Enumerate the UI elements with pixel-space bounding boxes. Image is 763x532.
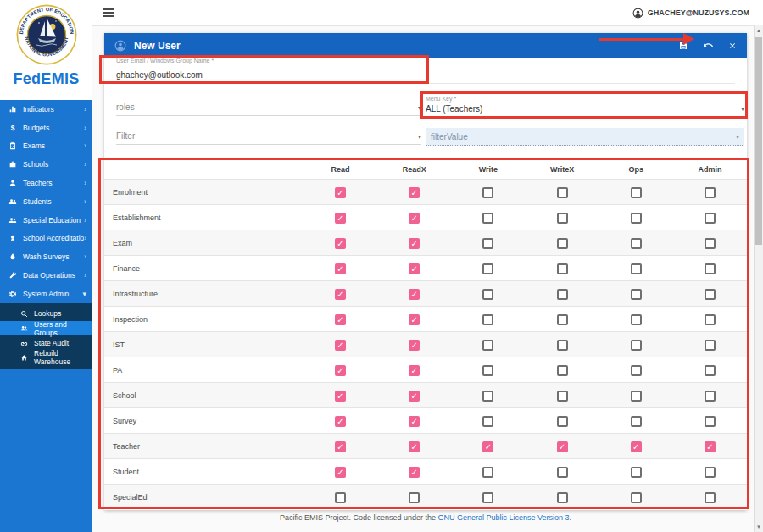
permission-checkbox-enrolment-writex[interactable] [557, 187, 568, 198]
permission-checkbox-school-admin[interactable] [705, 391, 716, 402]
permission-checkbox-establishment-writex[interactable] [557, 213, 568, 224]
sidebar-item-special-education[interactable]: Special Education› [0, 211, 92, 230]
permission-checkbox-pa-admin[interactable] [705, 365, 716, 376]
sidebar-item-budgets[interactable]: Budgets› [0, 119, 92, 137]
permission-checkbox-survey-write[interactable] [482, 416, 493, 427]
permission-checkbox-student-write[interactable] [482, 467, 493, 478]
permission-checkbox-teacher-admin[interactable]: ✓ [705, 441, 716, 452]
permission-checkbox-infrastructure-ops[interactable] [631, 289, 642, 300]
permission-checkbox-student-admin[interactable] [705, 467, 716, 478]
permission-checkbox-specialed-read[interactable] [335, 492, 346, 503]
permission-checkbox-infrastructure-write[interactable] [482, 289, 493, 300]
sidebar-item-schools[interactable]: Schools› [0, 155, 92, 174]
permission-checkbox-exam-writex[interactable] [557, 238, 568, 249]
sidebar-subitem-lookups[interactable]: Lookups [0, 307, 92, 321]
permission-checkbox-ist-admin[interactable] [705, 340, 716, 351]
permission-checkbox-pa-readx[interactable]: ✓ [409, 365, 420, 376]
scroll-down-arrow-icon[interactable]: ▼ [755, 524, 763, 529]
filter-value-select[interactable]: filterValue ▾ [426, 128, 744, 146]
permission-checkbox-establishment-admin[interactable] [705, 213, 716, 224]
vertical-scrollbar[interactable]: ▲ ▼ [754, 25, 763, 532]
permission-checkbox-survey-ops[interactable] [631, 416, 642, 427]
permission-checkbox-ist-ops[interactable] [631, 340, 642, 351]
permission-checkbox-infrastructure-readx[interactable]: ✓ [409, 289, 420, 300]
email-field[interactable]: User Email / Windows Group Name * ghache… [116, 58, 735, 84]
permission-checkbox-survey-admin[interactable] [705, 416, 716, 427]
sidebar-subitem-rebuild-warehouse[interactable]: Rebuild Warehouse [0, 351, 92, 365]
permission-checkbox-exam-write[interactable] [482, 238, 493, 249]
scrollbar-thumb[interactable] [755, 37, 762, 245]
sidebar-subitem-state-audit[interactable]: State Audit [0, 335, 92, 350]
permission-checkbox-inspection-writex[interactable] [557, 314, 568, 325]
permission-checkbox-establishment-write[interactable] [482, 213, 493, 224]
permission-checkbox-specialed-admin[interactable] [705, 492, 716, 503]
permission-checkbox-infrastructure-read[interactable]: ✓ [335, 289, 346, 300]
permission-checkbox-pa-ops[interactable] [631, 365, 642, 376]
permission-checkbox-school-read[interactable]: ✓ [335, 391, 346, 402]
menu-key-select[interactable]: Menu Key * ALL (Teachers) ▾ [426, 92, 744, 117]
current-user-chip[interactable]: GHACHEY@NUZUSYS.COM [632, 8, 749, 19]
permission-checkbox-inspection-read[interactable]: ✓ [335, 314, 346, 325]
permission-checkbox-student-writex[interactable] [557, 467, 568, 478]
scroll-up-arrow-icon[interactable]: ▲ [755, 28, 763, 33]
permission-checkbox-school-writex[interactable] [557, 391, 568, 402]
permission-checkbox-exam-admin[interactable] [705, 238, 716, 249]
permission-checkbox-teacher-write[interactable]: ✓ [482, 441, 493, 452]
permission-checkbox-enrolment-write[interactable] [482, 187, 493, 198]
save-icon[interactable] [678, 41, 688, 51]
permission-checkbox-establishment-read[interactable]: ✓ [335, 213, 346, 224]
filter-select[interactable]: Filter ▾ [116, 123, 421, 145]
permission-checkbox-specialed-writex[interactable] [557, 492, 568, 503]
permission-checkbox-ist-write[interactable] [482, 340, 493, 351]
permission-checkbox-teacher-ops[interactable]: ✓ [631, 441, 642, 452]
permission-checkbox-finance-writex[interactable] [557, 263, 568, 274]
permission-checkbox-school-ops[interactable] [631, 391, 642, 402]
permission-checkbox-exam-ops[interactable] [631, 238, 642, 249]
permission-checkbox-teacher-read[interactable]: ✓ [335, 441, 346, 452]
permission-checkbox-ist-readx[interactable]: ✓ [409, 340, 420, 351]
permission-checkbox-student-read[interactable]: ✓ [335, 467, 346, 478]
permission-checkbox-enrolment-read[interactable]: ✓ [335, 187, 346, 198]
permission-checkbox-enrolment-readx[interactable]: ✓ [409, 187, 420, 198]
permission-checkbox-school-write[interactable] [482, 391, 493, 402]
license-link[interactable]: GNU General Public License Version 3 [437, 513, 569, 522]
permission-checkbox-finance-admin[interactable] [705, 263, 716, 274]
permission-checkbox-finance-write[interactable] [482, 263, 493, 274]
sidebar-item-teachers[interactable]: Teachers› [0, 174, 92, 192]
permission-checkbox-ist-writex[interactable] [557, 340, 568, 351]
permission-checkbox-survey-read[interactable]: ✓ [335, 416, 346, 427]
permission-checkbox-enrolment-ops[interactable] [631, 187, 642, 198]
permission-checkbox-pa-read[interactable]: ✓ [335, 365, 346, 376]
permission-checkbox-inspection-readx[interactable]: ✓ [409, 314, 420, 325]
sidebar-item-students[interactable]: Students› [0, 192, 92, 211]
permission-checkbox-finance-readx[interactable]: ✓ [409, 263, 420, 274]
permission-checkbox-specialed-ops[interactable] [631, 492, 642, 503]
permission-checkbox-inspection-ops[interactable] [631, 314, 642, 325]
undo-icon[interactable] [703, 41, 714, 52]
permission-checkbox-pa-writex[interactable] [557, 365, 568, 376]
permission-checkbox-specialed-write[interactable] [482, 492, 493, 503]
permission-checkbox-survey-readx[interactable]: ✓ [409, 416, 420, 427]
permission-checkbox-finance-read[interactable]: ✓ [335, 263, 346, 274]
permission-checkbox-student-ops[interactable] [631, 467, 642, 478]
permission-checkbox-infrastructure-admin[interactable] [705, 289, 716, 300]
permission-checkbox-enrolment-admin[interactable] [705, 187, 716, 198]
permission-checkbox-pa-write[interactable] [482, 365, 493, 376]
permission-checkbox-inspection-admin[interactable] [705, 314, 716, 325]
permission-checkbox-teacher-readx[interactable]: ✓ [409, 441, 420, 452]
permission-checkbox-survey-writex[interactable] [557, 416, 568, 427]
permission-checkbox-teacher-writex[interactable]: ✓ [557, 441, 568, 452]
permission-checkbox-infrastructure-writex[interactable] [557, 289, 568, 300]
close-icon[interactable] [728, 42, 737, 50]
sidebar-item-exams[interactable]: Exams› [0, 137, 92, 156]
permission-checkbox-establishment-readx[interactable]: ✓ [409, 213, 420, 224]
permission-checkbox-specialed-readx[interactable] [409, 492, 420, 503]
permission-checkbox-school-readx[interactable]: ✓ [409, 391, 420, 402]
sidebar-item-school-accreditations[interactable]: School Accreditations› [0, 230, 92, 248]
permission-checkbox-exam-read[interactable]: ✓ [335, 238, 346, 249]
hamburger-menu-icon[interactable] [103, 7, 114, 19]
permission-checkbox-ist-read[interactable]: ✓ [335, 340, 346, 351]
roles-select[interactable]: roles ▾ [116, 92, 421, 116]
sidebar-item-system-admin[interactable]: System Admin▾ [0, 285, 92, 303]
sidebar-item-data-operations[interactable]: Data Operations› [0, 266, 92, 285]
